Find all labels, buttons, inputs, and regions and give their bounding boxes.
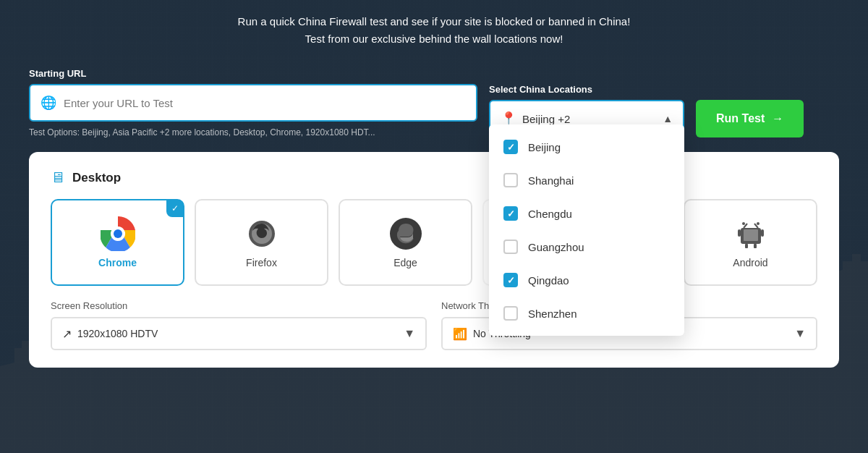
svg-point-13: [742, 222, 745, 225]
location-item-shanghai[interactable]: Shanghai: [489, 164, 684, 197]
svg-rect-10: [745, 244, 748, 248]
location-item-label: Shenzhen: [528, 308, 577, 320]
location-item-label: Qingdao: [528, 274, 569, 287]
url-label: Starting URL: [29, 68, 477, 79]
form-row: Starting URL 🌐 Test Options: Beijing, As…: [29, 68, 839, 137]
run-test-label: Run Test: [716, 112, 765, 125]
location-label: Select China Locations: [489, 84, 684, 95]
location-item-label: Shanghai: [528, 174, 574, 187]
globe-icon: 🌐: [41, 95, 56, 111]
checkbox-guangzhou[interactable]: [503, 240, 518, 254]
url-input-wrap[interactable]: 🌐: [29, 84, 477, 122]
test-options-text: Test Options: Beijing, Asia Pacific +2 m…: [29, 127, 477, 137]
edge-browser-icon: [388, 216, 423, 251]
location-item-label: Guangzhou: [528, 241, 584, 253]
browser-card-chrome[interactable]: ✓ Chrome: [51, 199, 184, 286]
browsers-row: ✓ Chrome: [51, 199, 817, 286]
bottom-row: Screen Resolution ↗ 1920x1080 HDTV ▼ Net…: [51, 300, 817, 350]
edge-label: Edge: [393, 257, 417, 268]
location-item-beijing[interactable]: Beijing: [489, 130, 684, 164]
throttle-icon: 📶: [453, 327, 467, 341]
svg-rect-11: [754, 244, 757, 248]
location-item-qingdao[interactable]: Qingdao: [489, 263, 684, 297]
url-input[interactable]: [64, 97, 466, 109]
selected-check-chrome: ✓: [166, 200, 184, 217]
chevron-up-icon: ▲: [663, 113, 673, 124]
chrome-browser-icon: [101, 216, 135, 251]
android-label: Android: [733, 257, 767, 268]
chrome-label: Chrome: [98, 257, 137, 268]
desktop-title: Desktop: [72, 171, 121, 185]
checkbox-beijing[interactable]: [503, 140, 518, 154]
location-menu: BeijingShanghaiChengduGuangzhouQingdaoSh…: [489, 124, 684, 336]
svg-point-15: [757, 222, 760, 225]
location-display-value: Beijing +2: [522, 113, 663, 125]
resize-icon: ↗: [62, 327, 72, 341]
location-item-chengdu[interactable]: Chengdu: [489, 197, 684, 230]
checkbox-qingdao[interactable]: [503, 273, 518, 287]
screen-resolution-select[interactable]: ↗ 1920x1080 HDTV ▼: [51, 317, 427, 350]
hero-line1: Run a quick China Firewall test and see …: [29, 13, 839, 30]
svg-point-2: [114, 229, 122, 238]
hero-text: Run a quick China Firewall test and see …: [29, 13, 839, 48]
screen-resolution-label: Screen Resolution: [51, 300, 427, 311]
hero-line2: Test from our exclusive behind the wall …: [29, 30, 839, 48]
checkbox-shanghai[interactable]: [503, 173, 518, 187]
checkbox-shenzhen[interactable]: [503, 306, 518, 321]
chevron-down-icon-resolution: ▼: [404, 327, 415, 340]
svg-rect-7: [744, 229, 758, 241]
checkbox-chengdu[interactable]: [503, 206, 518, 221]
svg-rect-9: [761, 229, 764, 237]
location-item-label: Chengdu: [528, 208, 572, 220]
chevron-down-icon-throttle: ▼: [794, 327, 806, 340]
desktop-section: 🖥 Desktop ✓ Chrome: [29, 152, 839, 368]
firefox-browser-icon: [244, 216, 279, 251]
android-icon: [733, 216, 768, 251]
svg-rect-8: [738, 229, 741, 237]
run-test-arrow: →: [772, 112, 783, 125]
browser-card-android[interactable]: Android: [684, 199, 817, 286]
desktop-header: 🖥 Desktop: [51, 169, 817, 186]
location-item-guangzhou[interactable]: Guangzhou: [489, 230, 684, 263]
desktop-icon: 🖥: [51, 169, 65, 186]
firefox-label: Firefox: [246, 257, 277, 268]
run-test-button[interactable]: Run Test →: [696, 100, 804, 137]
browser-card-firefox[interactable]: Firefox: [195, 199, 328, 286]
screen-resolution-group: Screen Resolution ↗ 1920x1080 HDTV ▼: [51, 300, 427, 350]
location-item-label: Beijing: [528, 141, 561, 153]
screen-resolution-value: 1920x1080 HDTV: [77, 328, 404, 339]
location-item-shenzhen[interactable]: Shenzhen: [489, 297, 684, 330]
url-input-group: Starting URL 🌐 Test Options: Beijing, As…: [29, 68, 477, 137]
location-select-group: Select China Locations 📍 Beijing +2 ▲ Be…: [489, 84, 684, 137]
hero-background: Run a quick China Firewall test and see …: [0, 0, 868, 453]
browser-card-edge[interactable]: Edge: [339, 199, 472, 286]
